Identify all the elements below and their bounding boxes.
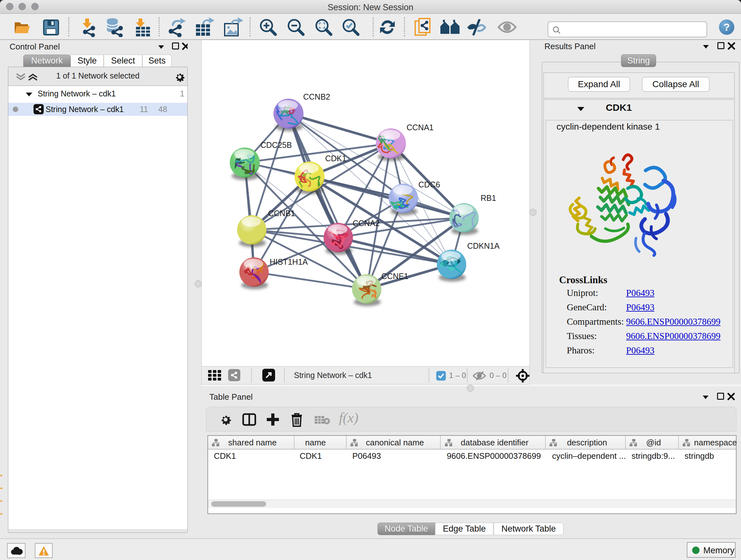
svg-text:CDC6: CDC6 <box>418 180 440 189</box>
svg-text:CCNB2: CCNB2 <box>303 92 330 101</box>
svg-text:HIST1H1A: HIST1H1A <box>270 257 308 266</box>
svg-text:CDK1: CDK1 <box>325 154 347 163</box>
svg-text:CDC25B: CDC25B <box>260 140 292 149</box>
svg-text:CDKN1A: CDKN1A <box>467 241 500 250</box>
svg-text:CCNA1: CCNA1 <box>407 123 434 132</box>
svg-text:CCNA2: CCNA2 <box>353 219 380 228</box>
svg-text:CCNB1: CCNB1 <box>268 209 295 218</box>
svg-text:CCNE1: CCNE1 <box>381 272 408 281</box>
svg-text:RB1: RB1 <box>481 193 496 202</box>
